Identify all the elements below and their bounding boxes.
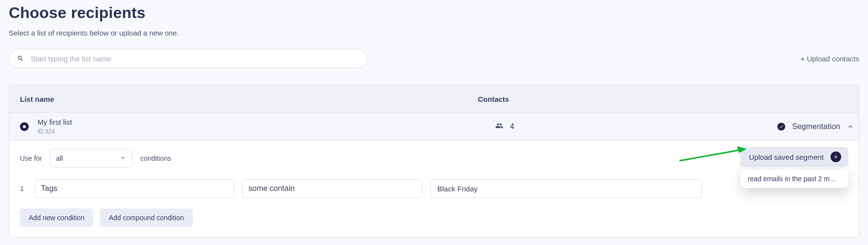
check-icon xyxy=(777,123,785,131)
condition-row: 1 Tags some contain xyxy=(20,179,848,198)
row-radio[interactable] xyxy=(20,122,29,131)
chevron-up-icon[interactable] xyxy=(847,123,854,130)
condition-value-input[interactable] xyxy=(436,184,696,193)
add-condition-button[interactable]: Add new condition xyxy=(20,208,93,227)
col-contacts: Contacts xyxy=(478,95,509,103)
table-row[interactable]: My first list ID 324 4 Segmentation xyxy=(9,113,859,140)
condition-operator-select[interactable]: some contain xyxy=(242,179,422,198)
saved-segment-menu-item[interactable]: read emails in the past 2 m… xyxy=(741,170,848,188)
add-compound-condition-button[interactable]: Add compound condition xyxy=(100,208,192,227)
recipients-table: List name Contacts My first list ID 324 … xyxy=(9,85,859,238)
plus-icon xyxy=(830,151,841,162)
saved-segment-menu-label: read emails in the past 2 m… xyxy=(748,175,836,183)
col-name: List name xyxy=(20,95,54,103)
upload-saved-segment-label: Upload saved segment xyxy=(749,153,824,161)
row-contacts: 4 xyxy=(510,122,514,131)
page-title: Choose recipients xyxy=(9,4,859,22)
table-header: List name Contacts xyxy=(9,85,859,113)
condition-field-select[interactable]: Tags xyxy=(35,179,234,198)
conditions-label: conditions xyxy=(140,154,171,162)
people-icon xyxy=(495,122,503,132)
upload-contacts-link[interactable]: + Upload contacts xyxy=(801,55,860,63)
condition-operator-value: some contain xyxy=(248,184,295,193)
row-name: My first list xyxy=(38,118,72,126)
usefor-label: Use for xyxy=(20,154,42,162)
segmentation-panel: Use for all conditions Upload saved segm… xyxy=(9,140,859,238)
search-input-wrap[interactable] xyxy=(9,49,367,68)
segmentation-label: Segmentation xyxy=(792,122,840,131)
match-select[interactable]: all xyxy=(50,149,132,168)
upload-saved-segment-button[interactable]: Upload saved segment xyxy=(740,147,848,167)
chevron-down-icon xyxy=(119,154,126,163)
page-subtitle: Select a list of recipients below or upl… xyxy=(9,29,859,37)
search-icon xyxy=(17,55,24,62)
condition-field-value: Tags xyxy=(41,184,57,193)
condition-index: 1 xyxy=(20,185,27,192)
row-id: ID 324 xyxy=(38,128,72,135)
match-select-value: all xyxy=(56,154,63,162)
search-input[interactable] xyxy=(30,54,359,63)
condition-value-input-wrap[interactable] xyxy=(430,179,702,198)
